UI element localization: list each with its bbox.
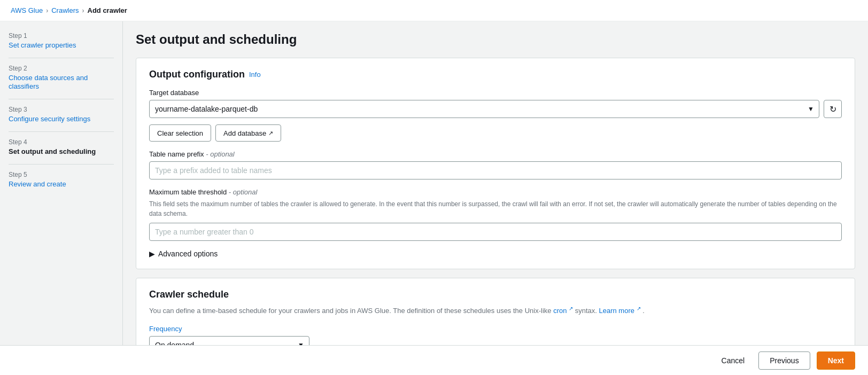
sidebar-item-step3[interactable]: Configure security settings xyxy=(9,115,90,123)
sidebar-step-5: Step 5 Review and create xyxy=(9,171,114,188)
sidebar-item-step4: Set output and scheduling xyxy=(9,147,96,155)
step-5-label: Step 5 xyxy=(9,171,114,178)
crawler-schedule-title: Crawler schedule xyxy=(149,289,842,300)
max-table-threshold-input[interactable] xyxy=(149,223,842,241)
add-database-button[interactable]: Add database ↗ xyxy=(215,124,281,142)
target-database-select-wrapper: yourname-datalake-parquet-db ▼ xyxy=(149,100,819,118)
next-button[interactable]: Next xyxy=(817,351,855,370)
breadcrumb: AWS Glue › Crawlers › Add crawler xyxy=(0,0,868,21)
target-database-select[interactable]: yourname-datalake-parquet-db xyxy=(149,100,819,118)
sidebar-step-4: Step 4 Set output and scheduling xyxy=(9,138,114,155)
step-1-label: Step 1 xyxy=(9,32,114,40)
max-table-threshold-label: Maximum table threshold - optional xyxy=(149,188,842,196)
breadcrumb-sep-1: › xyxy=(46,7,48,14)
previous-button[interactable]: Previous xyxy=(758,351,810,370)
breadcrumb-aws-glue[interactable]: AWS Glue xyxy=(11,6,43,14)
learn-more-ext-icon: ↗ xyxy=(637,306,641,311)
clear-selection-button[interactable]: Clear selection xyxy=(149,124,211,142)
advanced-options-label: Advanced options xyxy=(158,249,218,258)
breadcrumb-crawlers[interactable]: Crawlers xyxy=(51,6,79,14)
external-link-icon: ↗ xyxy=(268,130,273,137)
sidebar-step-1: Step 1 Set crawler properties xyxy=(9,32,114,49)
max-table-threshold-desc: This field sets the maximum number of ta… xyxy=(149,199,842,218)
output-config-info-link[interactable]: Info xyxy=(249,71,261,79)
table-name-prefix-input[interactable] xyxy=(149,161,842,179)
content-area: Set output and scheduling Output configu… xyxy=(123,21,868,375)
cancel-button[interactable]: Cancel xyxy=(714,353,753,368)
target-database-group: Target database yourname-datalake-parque… xyxy=(149,89,842,142)
clear-selection-label: Clear selection xyxy=(157,129,203,137)
step-2-label: Step 2 xyxy=(9,65,114,72)
sidebar-item-step5: Review and create xyxy=(9,180,66,188)
sidebar-item-step2[interactable]: Choose data sources and classifiers xyxy=(9,74,88,90)
sidebar-step-3: Step 3 Configure security settings xyxy=(9,106,114,123)
footer: Cancel Previous Next xyxy=(0,345,868,375)
sidebar-item-step1[interactable]: Set crawler properties xyxy=(9,41,76,49)
triangle-icon: ▶ xyxy=(149,249,155,258)
cron-link[interactable]: cron ↗ xyxy=(553,307,575,315)
table-name-prefix-group: Table name prefix - optional xyxy=(149,150,842,179)
crawler-schedule-desc: You can define a time-based schedule for… xyxy=(149,304,842,316)
refresh-button[interactable]: ↻ xyxy=(824,100,842,118)
breadcrumb-sep-2: › xyxy=(82,7,84,14)
refresh-icon: ↻ xyxy=(830,104,836,114)
page-title: Set output and scheduling xyxy=(136,32,855,47)
table-name-prefix-label: Table name prefix - optional xyxy=(149,150,842,158)
step-4-label: Step 4 xyxy=(9,138,114,146)
output-config-card: Output configuration Info Target databas… xyxy=(136,58,855,269)
advanced-options-toggle[interactable]: ▶ Advanced options xyxy=(149,249,218,258)
sidebar-step-2: Step 2 Choose data sources and classifie… xyxy=(9,65,114,90)
output-config-title: Output configuration xyxy=(149,69,245,80)
target-database-label: Target database xyxy=(149,89,842,97)
sidebar: Step 1 Set crawler properties Step 2 Cho… xyxy=(0,21,123,375)
max-table-threshold-group: Maximum table threshold - optional This … xyxy=(149,188,842,241)
breadcrumb-current: Add crawler xyxy=(88,6,127,14)
frequency-label: Frequency xyxy=(149,325,842,333)
learn-more-link[interactable]: Learn more ↗ xyxy=(599,307,642,315)
step-3-label: Step 3 xyxy=(9,106,114,113)
add-database-label: Add database xyxy=(223,129,266,137)
cron-ext-icon: ↗ xyxy=(569,306,573,311)
